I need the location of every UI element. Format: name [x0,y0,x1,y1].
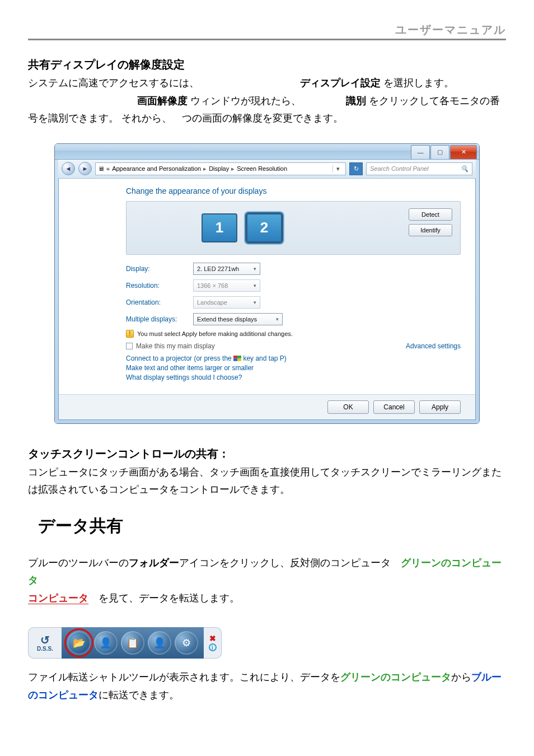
display-select[interactable]: 2. LED 2271wh [193,263,260,275]
green-computer-underline: コンピュータ [28,592,88,604]
nav-forward-button[interactable]: ► [78,162,92,175]
detect-button[interactable]: Detect [409,208,452,221]
text-size-link[interactable]: Make text and other items larger or smal… [126,364,461,372]
window-titlebar: — ▢ ✕ [55,144,479,160]
sec3-p2: ファイル転送シャトルツールが表示されます。これにより、データをグリーンのコンピュ… [28,669,506,704]
manual-title: ユーザーマニュアル [395,24,506,36]
dss-swirl-icon: ↺ [40,634,50,646]
multiple-displays-label: Multiple displays: [126,315,193,323]
windows-key-icon [233,356,241,361]
sec3-p1: ブルーのツールバーのフォルダーアイコンをクリックし、反対側のコンピュータ グリー… [28,554,506,608]
toolbar-user2-icon[interactable]: 👤 [148,631,171,655]
warning-row: ! You must select Apply before making ad… [126,330,461,338]
window-close-button[interactable]: ✕ [450,145,477,159]
multiple-displays-select[interactable]: Extend these displays [193,313,283,325]
dss-logo: ↺ D.S.S. [28,627,62,659]
identify-button[interactable]: Identify [409,224,452,236]
connect-projector-link[interactable]: Connect to a projector (or press the key… [126,354,461,362]
warning-icon: ! [126,330,134,338]
address-bar-row: ◄ ► 🖥 « Appearance and Personalization ▸… [58,160,476,179]
ok-button[interactable]: OK [327,400,369,414]
advanced-settings-link[interactable]: Advanced settings [406,342,461,350]
window-maximize-button[interactable]: ▢ [430,145,449,159]
sec2-body: コンピュータにタッチ画面がある場合、タッチ画面を直接使用してタッチスクリーンでミ… [28,464,506,499]
toolbar-folder-icon[interactable]: 📂 [67,631,91,655]
toolbar-clipboard-icon[interactable]: 📋 [121,631,144,655]
display-label: Display: [126,265,193,273]
toolbar-user-icon[interactable]: 👤 [94,631,118,655]
screen-resolution-window: — ▢ ✕ ◄ ► 🖥 « Appearance and Personaliza… [54,143,480,424]
sec1-body: システムに高速でアクセスするには、 ディスプレイ設定 を選択します。 画面解像度… [28,74,506,128]
apply-button[interactable]: Apply [419,400,461,414]
toolbar-gear-icon[interactable]: ⚙ [175,631,198,655]
monitor-2[interactable]: 2 [246,213,282,242]
breadcrumb[interactable]: 🖥 « Appearance and Personalization ▸ Dis… [95,162,346,175]
monitor-1[interactable]: 1 [202,213,237,242]
resolution-label: Resolution: [126,282,193,290]
sec3-title: データ共有 [38,515,506,538]
resolution-select[interactable]: 1366 × 768 [193,279,260,292]
highlight-ring-icon [64,628,93,657]
sec1-title: 共有ディスプレイの解像度設定 [28,57,506,72]
toolbar-info-icon[interactable]: i [209,643,217,651]
orientation-select[interactable]: Landscape [193,296,260,309]
orientation-label: Orientation: [126,298,193,306]
refresh-button[interactable]: ↻ [349,162,363,175]
page-header: ユーザーマニュアル [28,22,506,40]
window-minimize-button[interactable]: — [411,145,430,159]
make-main-display-checkbox[interactable]: Make this my main display [126,342,215,350]
panel-heading: Change the appearance of your displays [126,186,461,195]
control-panel-icon: 🖥 [98,165,104,172]
search-icon: 🔍 [461,165,469,172]
search-input[interactable]: Search Control Panel 🔍 [366,162,472,175]
sec2-title: タッチスクリーンコントロールの共有： [28,446,506,461]
address-dropdown-icon[interactable]: ▾ [332,165,343,172]
help-link[interactable]: What display settings should I choose? [126,374,461,381]
toolbar-close-icon[interactable]: ✖ [209,634,216,642]
nav-back-button[interactable]: ◄ [62,162,75,175]
dss-toolbar: ↺ D.S.S. 📂 👤 📋 👤 ⚙ ✖ i [28,627,222,659]
dialog-footer: OK Cancel Apply [59,394,475,419]
display-arrangement-preview[interactable]: 1 2 Detect Identify [126,201,461,255]
cancel-button[interactable]: Cancel [373,400,415,414]
